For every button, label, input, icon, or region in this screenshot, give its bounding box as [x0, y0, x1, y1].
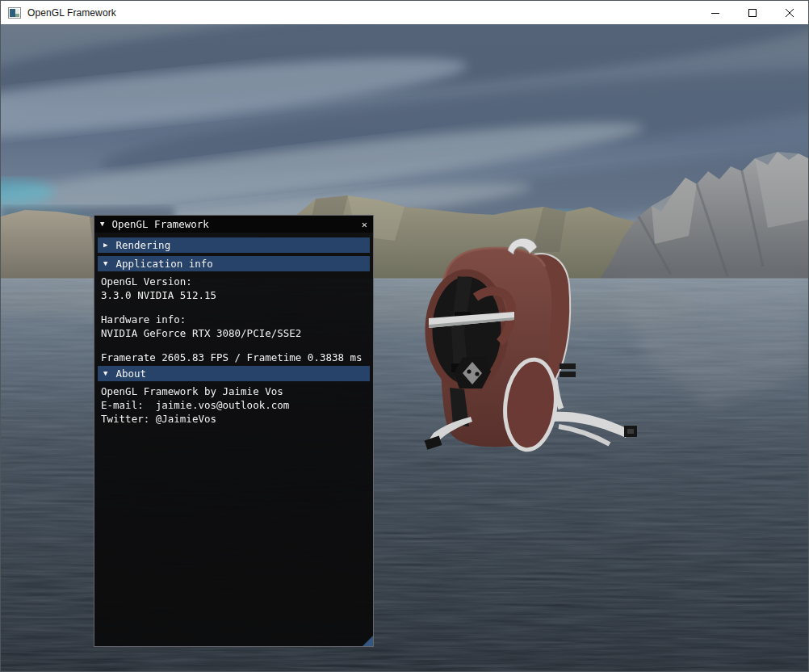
imgui-window-title: OpenGL Framework: [111, 218, 208, 230]
about-email: E-mail: jaimie.vos@outlook.com: [98, 398, 370, 412]
app-icon: [8, 6, 21, 19]
spacer: [98, 340, 370, 351]
section-header-rendering[interactable]: ▶ Rendering: [98, 237, 370, 253]
imgui-close-icon[interactable]: ✕: [362, 219, 367, 230]
about-twitter: Twitter: @JaimieVos: [98, 412, 370, 426]
chevron-right-icon: ▶: [103, 242, 107, 249]
chevron-down-icon: ▼: [103, 370, 107, 377]
imgui-window: ▼ OpenGL Framework ✕ ▶ Rendering ▼ Appli…: [94, 215, 374, 647]
framerate-readout: Framerate 2605.83 FPS / Frametime 0.3838…: [98, 351, 370, 364]
spacer: [98, 302, 370, 313]
section-label: Application info: [115, 258, 212, 270]
resize-grip[interactable]: [363, 636, 373, 646]
opengl-version-value: 3.3.0 NVIDIA 512.15: [98, 288, 370, 302]
imgui-body: ▶ Rendering ▼ Application info OpenGL Ve…: [94, 233, 373, 426]
window-controls: [697, 1, 808, 24]
window-title: OpenGL Framework: [27, 7, 116, 19]
app-window: OpenGL Framework: [0, 0, 809, 672]
minimize-button[interactable]: [697, 1, 734, 24]
section-header-application-info[interactable]: ▼ Application info: [98, 256, 370, 271]
section-label: Rendering: [115, 239, 170, 251]
imgui-titlebar[interactable]: ▼ OpenGL Framework ✕: [94, 216, 373, 233]
section-label: About: [115, 368, 146, 380]
os-titlebar[interactable]: OpenGL Framework: [1, 1, 808, 24]
section-header-about[interactable]: ▼ About: [98, 366, 370, 381]
collapse-arrow-icon[interactable]: ▼: [100, 220, 104, 228]
chevron-down-icon: ▼: [103, 260, 107, 267]
maximize-button[interactable]: [734, 1, 771, 24]
opengl-version-label: OpenGL Version:: [98, 275, 370, 288]
hardware-info-value: NVIDIA GeForce RTX 3080/PCIe/SSE2: [98, 326, 370, 340]
hardware-info-label: Hardware info:: [98, 313, 370, 326]
close-button[interactable]: [771, 1, 808, 24]
about-author: OpenGL Framework by Jaimie Vos: [98, 384, 370, 398]
